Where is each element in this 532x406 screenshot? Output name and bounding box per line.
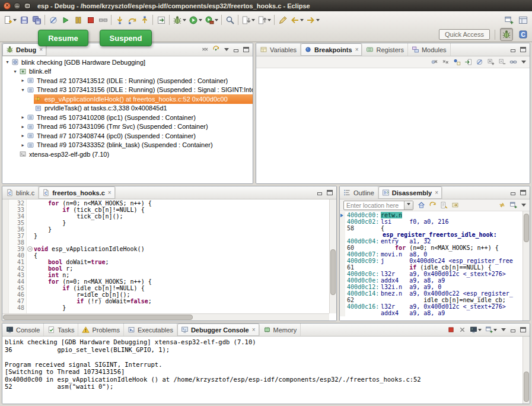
navigate-to-pc-button[interactable] <box>418 201 425 209</box>
debug-tree-item[interactable]: ▾blink.elf <box>2 67 253 77</box>
console-vertical-scrollbar[interactable] <box>523 337 530 404</box>
scrollbar-thumb[interactable] <box>524 372 529 402</box>
dropdown-arrow-icon[interactable] <box>215 19 218 23</box>
combo-dropdown-icon[interactable] <box>404 201 413 210</box>
dropdown-arrow-icon[interactable] <box>183 19 186 23</box>
view-menu-icon[interactable] <box>521 61 526 66</box>
editor-line[interactable]: 39void esp_vApplicationIdleHook() <box>2 246 329 252</box>
close-tab-icon[interactable]: × <box>252 326 256 333</box>
last-edit-location-button[interactable] <box>276 14 289 27</box>
disassembly-row[interactable]: 62 idle_cb[n]=new_idle_cb; <box>340 297 523 303</box>
tab-blink-c[interactable]: Cblink.c <box>2 186 39 199</box>
tab-problems[interactable]: Problems <box>78 323 123 336</box>
display-selected-console-button[interactable] <box>470 326 482 334</box>
editor-line[interactable]: 35 } <box>2 220 329 226</box>
minimize-icon[interactable] <box>317 190 323 195</box>
instruction-stepping-button[interactable] <box>155 14 167 27</box>
disassembly-vertical-scrollbar[interactable] <box>523 211 530 321</box>
tab-breakpoints[interactable]: Breakpoints× <box>301 43 362 56</box>
debug-tree-item[interactable]: ▾Thread #3 1073413156 (IDLE : Running) (… <box>2 85 253 95</box>
tab-freertos-hooks-c[interactable]: Cfreertos_hooks.c× <box>39 186 116 199</box>
expander-icon[interactable]: ▾ <box>20 87 26 93</box>
expander-icon[interactable]: ▾ <box>12 69 18 74</box>
disassembly-row[interactable]: 400d0c02:lsi f0, a0, 216 <box>340 218 523 225</box>
editor-line[interactable]: 44 for (n=0; n<MAX_HOOKS; n++) { <box>2 278 329 285</box>
close-tab-icon[interactable]: × <box>39 46 43 53</box>
minimize-icon[interactable] <box>510 327 516 332</box>
location-input[interactable]: Enter location here <box>344 202 404 209</box>
close-tab-icon[interactable]: × <box>355 46 359 53</box>
disassembly-listing[interactable]: 400d0c00:retw.n 400d0c02:lsi f0, a0, 216… <box>340 212 523 321</box>
maximize-icon[interactable] <box>520 190 526 195</box>
console-output[interactable]: blink checking [GDB Hardware Debugging] … <box>5 338 523 404</box>
scrollbar-thumb[interactable] <box>330 249 336 295</box>
tab-tasks[interactable]: Tasks <box>44 323 78 336</box>
editor-line[interactable]: 42 bool r; <box>2 265 329 272</box>
editor-line[interactable]: 47 if (!r) doWait=false; <box>2 298 329 304</box>
editor-line[interactable]: 34 tick_cb[n](); <box>2 213 329 220</box>
maximize-icon[interactable] <box>327 190 333 195</box>
search-button[interactable] <box>224 14 236 27</box>
disassembly-row[interactable]: 400d0c07:movi.n a8, 0 <box>340 251 523 258</box>
editor-horizontal-scrollbar[interactable] <box>2 313 329 321</box>
maximize-icon[interactable] <box>520 327 526 332</box>
dropdown-arrow-icon[interactable] <box>493 329 497 333</box>
step-over-button[interactable] <box>126 14 138 27</box>
suspend-button[interactable] <box>72 14 84 27</box>
view-menu-icon[interactable] <box>224 48 229 53</box>
tab-variables[interactable]: Variables <box>256 43 301 56</box>
close-tab-icon[interactable]: × <box>435 189 438 196</box>
external-tools-button[interactable] <box>203 14 219 27</box>
location-combo[interactable]: Enter location here <box>343 201 413 210</box>
disassembly-row[interactable]: 400d0c14:bnez.n a9, 0x400d0c22 <esp_regi… <box>340 290 523 297</box>
window-close-button[interactable]: × <box>4 2 11 9</box>
editor-code-area[interactable]: 32 for (n=0; n<MAX_HOOKS; n++) {33 if (t… <box>2 200 329 313</box>
minimize-icon[interactable] <box>510 47 516 52</box>
disconnect-button[interactable] <box>97 14 109 27</box>
disassembly-row[interactable]: 61 if (idle_cb[n]==NULL) { <box>340 264 523 271</box>
expander-icon[interactable]: ▸ <box>20 115 26 120</box>
expander-icon[interactable]: ▸ <box>20 133 26 138</box>
expander-icon[interactable]: ▾ <box>4 59 11 65</box>
dropdown-arrow-icon[interactable] <box>300 19 304 23</box>
resume-button[interactable] <box>59 14 72 27</box>
dropdown-arrow-icon[interactable] <box>316 19 320 23</box>
debug-tree-item[interactable]: xtensa-esp32-elf-gdb (7.10) <box>2 150 253 159</box>
dropdown-arrow-icon[interactable] <box>199 19 202 23</box>
tab-modules[interactable]: Modules <box>408 43 451 56</box>
save-all-button[interactable] <box>30 14 43 27</box>
minimize-icon[interactable] <box>233 47 239 52</box>
save-button[interactable] <box>18 14 30 27</box>
quick-access-button[interactable]: Quick Access <box>439 29 490 40</box>
tab-disassembly[interactable]: Disassembly× <box>378 186 442 199</box>
view-menu-icon[interactable] <box>521 204 526 209</box>
show-source-button[interactable] <box>440 201 448 209</box>
debug-tree-item[interactable]: ▸Thread #5 1073410208 (ipc1) (Suspended … <box>2 113 253 122</box>
minimize-icon[interactable] <box>510 190 516 195</box>
tab-outline[interactable]: Outline <box>340 186 378 199</box>
remove-all-breakpoints-button[interactable] <box>442 58 450 66</box>
new-button[interactable] <box>2 14 18 27</box>
dropdown-arrow-icon[interactable] <box>267 19 271 23</box>
disassembly-row[interactable]: 58{ <box>340 225 523 231</box>
debug-perspective-button[interactable] <box>500 28 513 41</box>
disassembly-row[interactable]: 60 for (n=0; n<MAX_HOOKS; n++) { <box>340 245 523 251</box>
editor-line[interactable]: 43 int n; <box>2 272 329 278</box>
open-perspective-button[interactable] <box>517 14 529 27</box>
close-tab-icon[interactable]: × <box>108 189 112 196</box>
editor-line[interactable]: 33 if (tick_cb[n]!=NULL) { <box>2 207 329 213</box>
next-annotation-button[interactable] <box>240 14 256 27</box>
track-expression-button[interactable] <box>451 201 459 209</box>
tab-registers[interactable]: Registers <box>362 43 407 56</box>
debug-tree-item[interactable]: esp_vApplicationIdleHook() at freertos_h… <box>2 94 253 104</box>
expander-icon[interactable]: ▸ <box>20 124 26 129</box>
editor-line[interactable]: 45 if (idle_cb[n]!=NULL) { <box>2 285 329 291</box>
debug-button[interactable] <box>171 14 187 27</box>
expander-icon[interactable]: ▸ <box>20 142 26 148</box>
run-button[interactable] <box>187 14 203 27</box>
previous-annotation-button[interactable] <box>256 14 272 27</box>
debug-tree-item[interactable]: ▸Thread #2 1073413512 (IDLE : Running) (… <box>2 76 253 85</box>
window-maximize-button[interactable] <box>24 2 31 9</box>
tab-debugger-console[interactable]: Debugger Console× <box>177 323 260 336</box>
disassembly-row[interactable]: 400d0c00:retw.n <box>340 212 523 218</box>
